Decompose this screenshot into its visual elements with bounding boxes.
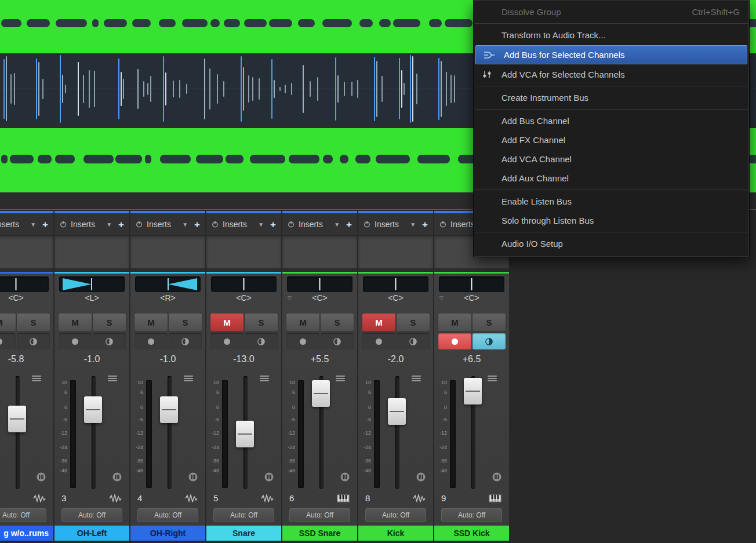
volume-readout[interactable]: -13.0: [206, 354, 281, 365]
inserts-dropdown-icon[interactable]: ▼: [30, 221, 36, 228]
pan-control[interactable]: [211, 276, 277, 292]
clip-segment[interactable]: [56, 19, 87, 27]
power-icon[interactable]: [364, 221, 370, 228]
inserts-panel[interactable]: [206, 236, 281, 268]
volume-readout[interactable]: -2.0: [358, 354, 433, 365]
channel-name[interactable]: SSD Snare: [282, 526, 357, 541]
clip-segment[interactable]: [55, 155, 75, 163]
automation-mode-button[interactable]: Auto: Off: [213, 508, 274, 522]
clip-segment[interactable]: [429, 19, 442, 27]
fader-handle[interactable]: [312, 380, 330, 407]
volume-readout[interactable]: +6.5: [434, 354, 509, 365]
monitor-button[interactable]: [472, 333, 506, 349]
menu-item-add-bus-channel[interactable]: Add Bus Channel: [474, 111, 749, 130]
pan-value[interactable]: <R>: [130, 293, 205, 303]
channel-options-icon[interactable]: [184, 376, 193, 383]
power-icon[interactable]: [439, 221, 446, 228]
menu-item-audio-i-o-setup[interactable]: Audio I/O Setup: [474, 234, 749, 253]
menu-item-add-bus-for-selected-channels[interactable]: Add Bus for Selected Channels: [475, 45, 747, 64]
inserts-dropdown-icon[interactable]: ▼: [106, 221, 112, 228]
menu-item-transform-to-audio-track[interactable]: Transform to Audio Track...: [474, 25, 749, 45]
mute-button[interactable]: M: [438, 314, 471, 331]
pan-control[interactable]: [59, 276, 125, 292]
fader-track[interactable]: [16, 376, 20, 489]
pan-value[interactable]: <C>: [434, 293, 509, 303]
channel-options-icon[interactable]: [260, 376, 269, 383]
mute-button[interactable]: M: [59, 314, 92, 331]
clip-segment[interactable]: [298, 19, 315, 27]
record-arm-button[interactable]: [438, 333, 471, 349]
inserts-panel[interactable]: [54, 236, 129, 268]
automation-mode-button[interactable]: Auto: Off: [441, 508, 502, 522]
solo-button[interactable]: S: [93, 314, 126, 331]
add-insert-button[interactable]: +: [422, 220, 428, 229]
clip-segment[interactable]: [244, 19, 267, 27]
channel-name[interactable]: g w/o..rums: [0, 526, 53, 541]
channel-expand-icon[interactable]: [188, 472, 198, 482]
pan-value[interactable]: <L>: [54, 293, 129, 303]
inserts-dropdown-icon[interactable]: ▼: [182, 221, 188, 228]
clip-segment[interactable]: [359, 19, 373, 27]
automation-mode-button[interactable]: Auto: Off: [365, 508, 426, 522]
inserts-dropdown-icon[interactable]: ▼: [258, 221, 264, 228]
channel-expand-icon[interactable]: [36, 472, 46, 482]
menu-item-solo-through-listen-bus[interactable]: Solo through Listen Bus: [474, 211, 749, 230]
clip-segment[interactable]: [38, 155, 52, 163]
monitor-button[interactable]: [321, 333, 354, 349]
mute-button[interactable]: M: [210, 314, 243, 331]
solo-button[interactable]: S: [472, 314, 506, 331]
channel-expand-icon[interactable]: [112, 472, 122, 482]
pan-value[interactable]: <C>: [358, 293, 433, 303]
clip-segment[interactable]: [92, 19, 98, 27]
volume-readout[interactable]: -5.8: [0, 354, 53, 365]
clip-segment[interactable]: [27, 19, 50, 27]
clip-segment[interactable]: [224, 19, 240, 27]
fader-track[interactable]: [395, 376, 399, 489]
pan-control[interactable]: [439, 276, 504, 292]
channel-expand-icon[interactable]: [340, 472, 350, 482]
channel-expand-icon[interactable]: [264, 472, 274, 482]
automation-mode-button[interactable]: Auto: Off: [289, 508, 350, 522]
clip-segment[interactable]: [289, 155, 319, 163]
clip-segment[interactable]: [145, 155, 151, 163]
channel-name[interactable]: OH-Left: [54, 526, 129, 541]
channel-name[interactable]: OH-Right: [130, 526, 205, 541]
add-insert-button[interactable]: +: [194, 220, 200, 229]
fader-track[interactable]: [92, 376, 96, 489]
clip-segment[interactable]: [376, 155, 410, 163]
pan-control[interactable]: [0, 276, 49, 292]
mute-button[interactable]: M: [0, 314, 16, 331]
clip-segment[interactable]: [250, 155, 285, 163]
record-arm-button[interactable]: [286, 333, 319, 349]
menu-item-create-instrument-bus[interactable]: Create Instrument Bus: [474, 88, 749, 107]
channel-options-icon[interactable]: [336, 376, 345, 383]
volume-readout[interactable]: -1.0: [54, 354, 129, 365]
power-icon[interactable]: [212, 221, 219, 228]
automation-mode-button[interactable]: Auto: Off: [61, 508, 122, 522]
channel-name[interactable]: Snare: [206, 526, 281, 541]
volume-readout[interactable]: -1.0: [130, 354, 205, 365]
inserts-panel[interactable]: [130, 236, 205, 268]
clip-segment[interactable]: [322, 19, 352, 27]
fader-handle[interactable]: [8, 406, 26, 432]
volume-readout[interactable]: +5.5: [282, 354, 357, 365]
add-insert-button[interactable]: +: [118, 220, 124, 229]
fader-track[interactable]: [168, 376, 172, 489]
automation-mode-button[interactable]: Auto: Off: [137, 508, 198, 522]
monitor-button[interactable]: [397, 333, 430, 349]
mute-button[interactable]: M: [362, 314, 395, 331]
power-icon[interactable]: [60, 221, 67, 228]
monitor-button[interactable]: [17, 333, 50, 349]
clip-segment[interactable]: [10, 155, 34, 163]
mute-button[interactable]: M: [286, 314, 319, 331]
clip-segment[interactable]: [182, 19, 208, 27]
pan-value[interactable]: <C>: [282, 293, 357, 303]
clip-segment[interactable]: [269, 19, 292, 27]
clip-segment[interactable]: [210, 19, 220, 27]
add-insert-button[interactable]: +: [42, 220, 48, 229]
pan-value[interactable]: <C>: [0, 293, 53, 303]
clip-segment[interactable]: [226, 155, 243, 163]
clip-segment[interactable]: [159, 19, 176, 27]
menu-item-add-aux-channel[interactable]: Add Aux Channel: [474, 169, 749, 188]
clip-segment[interactable]: [355, 155, 371, 163]
